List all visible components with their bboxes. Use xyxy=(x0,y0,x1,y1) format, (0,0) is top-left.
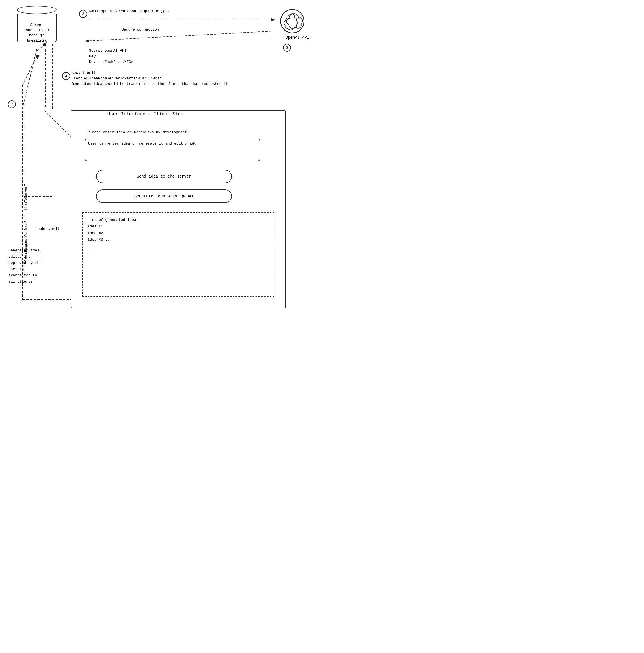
step4-text: socket.emit "sendGPTideaFromServerToPart… xyxy=(72,70,228,87)
svg-line-14 xyxy=(23,56,37,85)
socket-emit-label: socket.emit xyxy=(35,226,60,232)
step-3-circle: 3 xyxy=(283,44,291,52)
server-line3: node.js xyxy=(18,33,56,38)
send-idea-button[interactable]: Send idea to the server xyxy=(96,170,232,183)
step-7-circle: 7 xyxy=(8,100,16,108)
list-item-2: Idea #2 xyxy=(88,230,269,237)
left-description: Generated idea, edited and approved by t… xyxy=(8,247,52,285)
openai-logo xyxy=(279,8,305,34)
step2-code: await openai.createChatCompletion({}) xyxy=(88,8,169,14)
server-line1: Server xyxy=(18,23,56,28)
list-item-4: ... xyxy=(88,243,269,250)
list-item-1: Idea #1 xyxy=(88,223,269,229)
svg-line-27 xyxy=(23,49,37,107)
openai-label: OpenAI API xyxy=(286,35,309,40)
ideas-list-box: List of generated ideas Idea #1 Idea #2 … xyxy=(82,212,274,297)
svg-line-16 xyxy=(37,45,44,51)
step-4-circle: 4 xyxy=(62,72,70,80)
server-component: Server Ubuntu Linux node.js kresilnik xyxy=(17,6,56,43)
list-item-3: Idea #3 ... xyxy=(88,237,269,243)
step-2-circle: 2 xyxy=(79,10,87,18)
cylinder-body: Server Ubuntu Linux node.js kresilnik xyxy=(17,14,56,43)
input-placeholder-text: User can enter idea or generate it and e… xyxy=(88,141,196,146)
svg-marker-2 xyxy=(271,18,276,21)
input-label: Please enter idea on Gorenjska HR develo… xyxy=(88,130,189,134)
step3-key-text: Secret OpenAI API Key Key = ufmokf-...Xf… xyxy=(89,48,133,65)
svg-marker-15 xyxy=(35,55,40,59)
svg-marker-4 xyxy=(85,40,89,43)
list-title: List of generated ideas xyxy=(88,217,269,223)
generate-idea-button[interactable]: Generate idea with OpenAI xyxy=(96,190,232,203)
server-line4: kresilnik xyxy=(18,38,56,43)
idea-input-box[interactable]: User can enter idea or generate it and e… xyxy=(85,139,260,161)
server-line2: Ubuntu Linux xyxy=(18,28,56,33)
cylinder-top xyxy=(17,6,56,14)
server-label: Server Ubuntu Linux node.js kresilnik xyxy=(18,23,56,43)
svg-line-3 xyxy=(88,31,271,41)
secure-connection-label: Secure connection xyxy=(122,27,159,32)
ui-title: User Interface - Client Side xyxy=(107,112,183,117)
